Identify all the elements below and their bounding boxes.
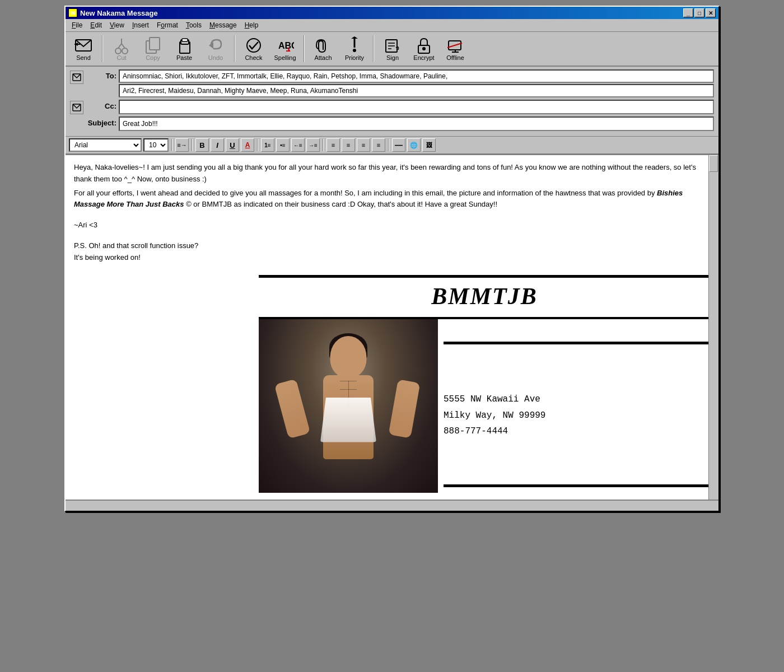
send-button[interactable]: Send	[69, 34, 98, 63]
bc-top-line	[259, 275, 710, 278]
fmt-sep-5	[388, 139, 389, 151]
increase-indent-button[interactable]: →≡	[306, 138, 320, 152]
align-center-button[interactable]: ≡	[342, 138, 355, 152]
priority-icon	[346, 36, 363, 54]
align-right-button[interactable]: ≡	[357, 138, 370, 152]
bc-mid-line	[444, 342, 710, 344]
message-text: Heya, Naka-lovelies~! I am just sending …	[74, 162, 710, 264]
spelling-button[interactable]: ABC Spelling	[270, 34, 300, 63]
check-button[interactable]: Check	[239, 34, 268, 63]
sign-icon	[384, 36, 402, 54]
person-right-arm	[389, 379, 421, 438]
underline-button[interactable]: U	[226, 138, 239, 152]
title-bar: ✉ New Nakama Message _ □ ✕	[66, 7, 718, 19]
picture-button[interactable]: 🖼	[422, 138, 436, 152]
menu-message[interactable]: Message	[206, 20, 240, 30]
attach-icon	[314, 36, 332, 54]
cut-icon	[113, 36, 130, 54]
font-select[interactable]: Arial	[69, 138, 142, 152]
menu-help[interactable]: Help	[241, 20, 262, 30]
align-left-button[interactable]: ≡	[326, 138, 340, 152]
sign-label: Sign	[386, 54, 399, 61]
to-label: To:	[86, 69, 116, 80]
title-bar-left: ✉ New Nakama Message	[68, 8, 158, 17]
menu-tools[interactable]: Tools	[183, 20, 205, 30]
encrypt-icon	[415, 36, 433, 54]
undo-button[interactable]: Undo	[201, 34, 230, 63]
message-ps2: It's being worked on!	[74, 252, 698, 264]
send-icon	[74, 36, 92, 54]
italic-button[interactable]: I	[211, 138, 224, 152]
cc-label: Cc:	[86, 100, 116, 110]
subject-input[interactable]	[119, 116, 714, 131]
indent-button[interactable]: ≡→	[175, 138, 189, 152]
priority-button[interactable]: Priority	[340, 34, 369, 63]
cc-input[interactable]	[119, 100, 714, 114]
paste-button[interactable]: Paste	[170, 34, 199, 63]
bold-button[interactable]: B	[195, 138, 209, 152]
toolbar-sep-2	[234, 35, 235, 62]
maximize-button[interactable]: □	[694, 8, 704, 17]
svg-line-6	[122, 44, 125, 48]
menu-view[interactable]: View	[106, 20, 128, 30]
bc-bottom-line	[444, 484, 710, 487]
svg-point-4	[122, 48, 128, 54]
business-card: BMMTJB BMMTJB	[259, 275, 710, 493]
encrypt-label: Encrypt	[413, 54, 434, 61]
check-icon	[245, 36, 263, 54]
to-input-2[interactable]: Ari2, Firecrest, Maidesu, Dannah, Mighty…	[119, 84, 714, 97]
svg-point-3	[115, 48, 121, 54]
copy-label: Copy	[146, 54, 160, 61]
size-select[interactable]: 10	[143, 138, 169, 152]
cut-button[interactable]: Cut	[107, 34, 136, 63]
minimize-button[interactable]: _	[683, 8, 693, 17]
fmt-sep-4	[323, 139, 324, 151]
check-label: Check	[245, 54, 262, 61]
person-figure	[292, 325, 404, 487]
menu-insert[interactable]: Insert	[129, 20, 152, 30]
person-head	[330, 336, 367, 378]
insert-image-button[interactable]: 🌐	[407, 138, 421, 152]
person-left-arm	[274, 379, 311, 438]
rule-button[interactable]: —	[392, 138, 405, 152]
ordered-list-button[interactable]: 1≡	[261, 138, 274, 152]
scrollbar-thumb[interactable]	[709, 155, 718, 172]
formatting-bar: Arial 10 ≡→ B I U A 1≡ •≡ ←≡ →≡ ≡ ≡ ≡ ≡ …	[66, 137, 718, 154]
bc-image-content	[259, 319, 438, 493]
to-input-1[interactable]: Aninsomniac, Shiori, Ikkutolover, ZFT, I…	[119, 69, 714, 83]
svg-rect-9	[150, 38, 160, 50]
justify-button[interactable]: ≡	[372, 138, 385, 152]
bc-address-line2: Milky Way, NW 99999	[444, 408, 710, 424]
decrease-indent-button[interactable]: ←≡	[291, 138, 305, 152]
cc-field-row: Cc:	[70, 100, 714, 114]
status-bar	[66, 500, 718, 511]
subject-field-row: Subject:	[70, 116, 714, 131]
bc-address-line3: 888-777-4444	[444, 423, 710, 440]
svg-point-24	[422, 47, 426, 50]
unordered-list-button[interactable]: •≡	[276, 138, 290, 152]
to-field-row: To: Aninsomniac, Shiori, Ikkutolover, ZF…	[70, 69, 714, 97]
attach-button[interactable]: Attach	[309, 34, 338, 63]
window-title: New Nakama Message	[80, 9, 158, 17]
font-color-button[interactable]: A	[241, 138, 254, 152]
menu-edit[interactable]: Edit	[87, 20, 105, 30]
encrypt-button[interactable]: Encrypt	[409, 34, 438, 63]
menu-file[interactable]: File	[68, 20, 86, 30]
scrollbar[interactable]	[708, 155, 718, 500]
toolbar: Send Cut Copy Paste	[66, 32, 718, 67]
undo-icon	[207, 36, 225, 54]
bc-address-line1: 5555 NW Kawaii Ave	[444, 391, 710, 408]
sign-button[interactable]: Sign	[378, 34, 407, 63]
app-icon: ✉	[68, 8, 77, 17]
menu-bar: File Edit View Insert Format Tools Messa…	[66, 19, 718, 32]
menu-format[interactable]: Format	[153, 20, 181, 30]
message-signature: ~Ari <3	[74, 220, 698, 231]
copy-button[interactable]: Copy	[138, 34, 167, 63]
offline-label: Offline	[446, 54, 464, 61]
close-button[interactable]: ✕	[706, 8, 716, 17]
offline-button[interactable]: Offline	[441, 34, 470, 63]
toolbar-sep-3	[304, 35, 305, 62]
message-area[interactable]: Heya, Naka-lovelies~! I am just sending …	[66, 154, 718, 500]
message-body-p2b: © or BMMTJB as indicated on their busine…	[184, 200, 498, 208]
svg-point-17	[353, 49, 356, 52]
